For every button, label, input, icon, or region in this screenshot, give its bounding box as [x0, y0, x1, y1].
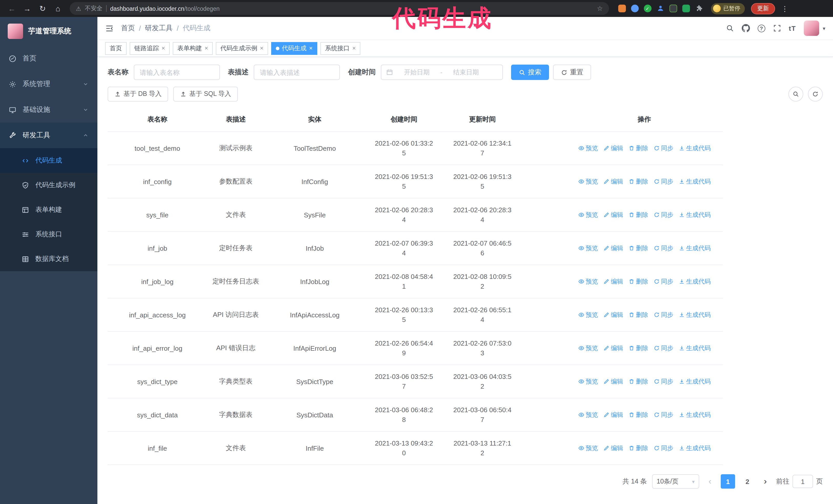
search-button[interactable]: 搜索: [511, 65, 549, 80]
action-sync-link[interactable]: 同步: [653, 277, 673, 286]
action-preview-link[interactable]: 预览: [578, 277, 598, 286]
browser-update-button[interactable]: 更新: [751, 3, 775, 14]
sidebar-item-home[interactable]: 首页: [0, 46, 97, 71]
action-edit-link[interactable]: 编辑: [603, 277, 623, 286]
action-edit-link[interactable]: 编辑: [603, 310, 623, 319]
action-sync-link[interactable]: 同步: [653, 344, 673, 353]
action-edit-link[interactable]: 编辑: [603, 211, 623, 219]
action-sync-link[interactable]: 同步: [653, 144, 673, 152]
sidebar-item-db-docs[interactable]: 数据库文档: [0, 247, 97, 271]
action-preview-link[interactable]: 预览: [578, 244, 598, 253]
action-sync-link[interactable]: 同步: [653, 244, 673, 253]
action-preview-link[interactable]: 预览: [578, 344, 598, 353]
action-delete-link[interactable]: 删除: [628, 310, 648, 319]
action-sync-link[interactable]: 同步: [653, 444, 673, 453]
sidebar-fold-icon[interactable]: [105, 24, 114, 32]
profile-sync-paused-chip[interactable]: 已暂停: [711, 3, 745, 14]
action-edit-link[interactable]: 编辑: [603, 344, 623, 353]
action-generate-link[interactable]: 生成代码: [679, 211, 711, 219]
action-delete-link[interactable]: 删除: [628, 444, 648, 453]
table-name-input[interactable]: [134, 65, 220, 80]
action-edit-link[interactable]: 编辑: [603, 444, 623, 453]
close-icon[interactable]: ×: [162, 45, 165, 52]
browser-back-button[interactable]: ←: [5, 2, 19, 15]
import-sql-button[interactable]: 基于 SQL 导入: [173, 87, 238, 101]
bookmark-star-icon[interactable]: ☆: [597, 5, 603, 12]
action-preview-link[interactable]: 预览: [578, 444, 598, 453]
close-icon[interactable]: ×: [352, 45, 356, 52]
action-edit-link[interactable]: 编辑: [603, 177, 623, 186]
breadcrumb-home[interactable]: 首页: [121, 24, 135, 33]
action-edit-link[interactable]: 编辑: [603, 410, 623, 419]
tab-home[interactable]: 首页: [105, 42, 127, 55]
action-generate-link[interactable]: 生成代码: [679, 410, 711, 419]
help-icon[interactable]: ?: [757, 24, 765, 32]
tab-trace[interactable]: 链路追踪×: [130, 42, 170, 55]
sidebar-item-form-builder[interactable]: 表单构建: [0, 197, 97, 222]
action-delete-link[interactable]: 删除: [628, 244, 648, 253]
browser-menu-kebab-icon[interactable]: ⋮: [781, 4, 788, 13]
action-sync-link[interactable]: 同步: [653, 377, 673, 386]
tab-form-builder[interactable]: 表单构建×: [173, 42, 213, 55]
prev-page-button[interactable]: ‹: [704, 474, 716, 488]
fullscreen-icon[interactable]: [773, 24, 781, 32]
sidebar-item-infrastructure[interactable]: 基础设施: [0, 97, 97, 123]
action-delete-link[interactable]: 删除: [628, 410, 648, 419]
action-delete-link[interactable]: 删除: [628, 211, 648, 219]
action-delete-link[interactable]: 删除: [628, 377, 648, 386]
action-preview-link[interactable]: 预览: [578, 377, 598, 386]
user-avatar[interactable]: [804, 21, 819, 36]
action-sync-link[interactable]: 同步: [653, 211, 673, 219]
extension-icon-dark[interactable]: [669, 4, 677, 13]
page-button-1[interactable]: 1: [721, 474, 735, 488]
text-size-icon[interactable]: tT: [789, 24, 796, 32]
browser-reload-button[interactable]: ↻: [36, 2, 49, 15]
extensions-puzzle-icon[interactable]: [695, 4, 703, 13]
browser-home-button[interactable]: ⌂: [51, 2, 65, 15]
date-range-picker[interactable]: -: [381, 65, 503, 80]
address-bar[interactable]: ⚠ 不安全 dashboard.yudao.iocoder.cn/tool/co…: [70, 2, 609, 15]
action-generate-link[interactable]: 生成代码: [679, 444, 711, 453]
close-icon[interactable]: ×: [309, 45, 313, 52]
sidebar-item-system-mgmt[interactable]: 系统管理: [0, 71, 97, 97]
extension-icon-green[interactable]: [682, 4, 690, 13]
sidebar-item-codegen[interactable]: 代码生成: [0, 148, 97, 173]
breadcrumb-dev-tools[interactable]: 研发工具: [145, 24, 173, 33]
action-generate-link[interactable]: 生成代码: [679, 144, 711, 152]
action-sync-link[interactable]: 同步: [653, 177, 673, 186]
action-preview-link[interactable]: 预览: [578, 310, 598, 319]
action-generate-link[interactable]: 生成代码: [679, 177, 711, 186]
sidebar-item-codegen-example[interactable]: 代码生成示例: [0, 173, 97, 197]
next-page-button[interactable]: ›: [760, 474, 771, 488]
github-icon[interactable]: [741, 24, 750, 32]
table-desc-input[interactable]: [254, 65, 340, 80]
avatar-caret-down-icon[interactable]: ▾: [823, 25, 825, 31]
extension-icon-people[interactable]: [656, 4, 664, 13]
page-size-select[interactable]: 10条/页 ▾: [652, 474, 699, 488]
browser-forward-button[interactable]: →: [21, 2, 34, 15]
page-button-2[interactable]: 2: [740, 474, 755, 488]
action-generate-link[interactable]: 生成代码: [679, 377, 711, 386]
action-delete-link[interactable]: 删除: [628, 277, 648, 286]
extension-icon-green-check[interactable]: ✓: [643, 4, 651, 13]
action-generate-link[interactable]: 生成代码: [679, 277, 711, 286]
close-icon[interactable]: ×: [205, 45, 208, 52]
refresh-table-button[interactable]: [808, 87, 823, 101]
action-sync-link[interactable]: 同步: [653, 310, 673, 319]
search-icon[interactable]: [725, 24, 734, 32]
action-delete-link[interactable]: 删除: [628, 177, 648, 186]
extension-icon-orange[interactable]: [618, 4, 626, 13]
action-generate-link[interactable]: 生成代码: [679, 310, 711, 319]
action-edit-link[interactable]: 编辑: [603, 244, 623, 253]
action-preview-link[interactable]: 预览: [578, 211, 598, 219]
tab-codegen[interactable]: 代码生成×: [271, 42, 317, 55]
app-logo-row[interactable]: 芋道管理系统: [0, 17, 97, 46]
action-delete-link[interactable]: 删除: [628, 344, 648, 353]
action-preview-link[interactable]: 预览: [578, 410, 598, 419]
reset-button[interactable]: 重置: [553, 65, 591, 80]
action-preview-link[interactable]: 预览: [578, 177, 598, 186]
action-edit-link[interactable]: 编辑: [603, 144, 623, 152]
end-date-input[interactable]: [445, 68, 487, 76]
action-generate-link[interactable]: 生成代码: [679, 244, 711, 253]
start-date-input[interactable]: [395, 68, 438, 76]
